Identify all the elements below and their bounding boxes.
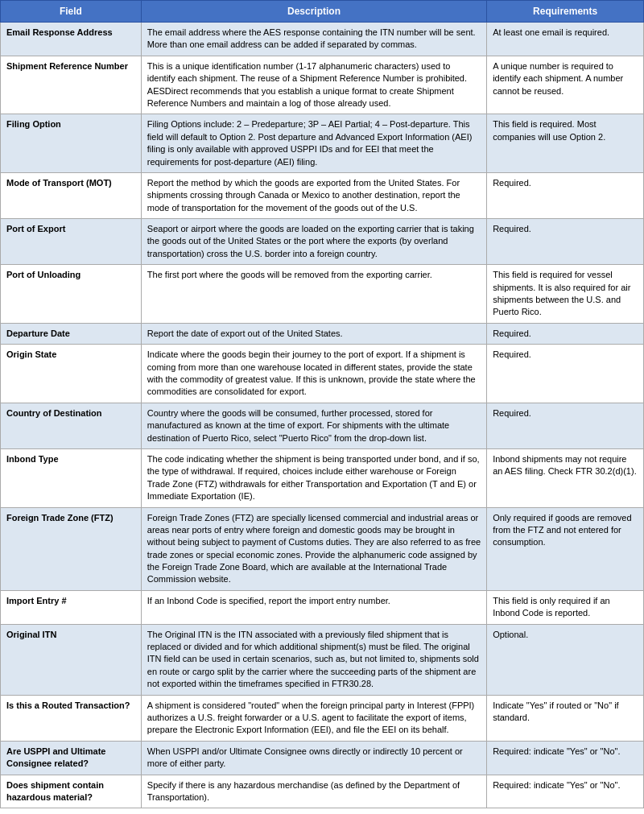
cell-description: The first port where the goods will be r… xyxy=(141,265,486,324)
cell-requirements: Required. xyxy=(487,345,644,403)
cell-field: Import Entry # xyxy=(1,590,142,624)
cell-requirements: Required: indicate "Yes" or "No". xyxy=(487,741,644,775)
cell-description: When USPPI and/or Ultimate Consignee own… xyxy=(141,741,486,775)
cell-description: The code indicating whether the shipment… xyxy=(141,448,486,507)
cell-description: The Original ITN is the ITN associated w… xyxy=(141,624,486,695)
cell-description: If an Inbond Code is specified, report t… xyxy=(141,590,486,624)
cell-requirements: This field is only required if an Inbond… xyxy=(487,590,644,624)
cell-description: This is a unique identification number (… xyxy=(141,56,486,114)
table-row: Port of ExportSeaport or airport where t… xyxy=(1,219,644,265)
table-row: Departure DateReport the date of export … xyxy=(1,323,644,344)
cell-field: Country of Destination xyxy=(1,403,142,448)
cell-description: Report the method by which the goods are… xyxy=(141,172,486,218)
cell-requirements: Inbond shipments may not require an AES … xyxy=(487,448,644,507)
cell-field: Does shipment contain hazardous material… xyxy=(1,775,142,808)
cell-requirements: Required. xyxy=(487,403,644,448)
table-row: Does shipment contain hazardous material… xyxy=(1,775,644,808)
cell-field: Mode of Transport (MOT) xyxy=(1,172,142,218)
cell-field: Foreign Trade Zone (FTZ) xyxy=(1,507,142,590)
cell-requirements: At least one email is required. xyxy=(487,23,644,56)
table-row: Port of UnloadingThe first port where th… xyxy=(1,265,644,324)
table-row: Origin StateIndicate where the goods beg… xyxy=(1,345,644,403)
cell-field: Departure Date xyxy=(1,323,142,344)
cell-description: Seaport or airport where the goods are l… xyxy=(141,219,486,265)
cell-description: Indicate where the goods begin their jou… xyxy=(141,345,486,403)
column-header-requirements: Requirements xyxy=(487,1,644,23)
cell-requirements: Required. xyxy=(487,172,644,218)
column-header-description: Description xyxy=(141,1,486,23)
cell-description: Country where the goods will be consumed… xyxy=(141,403,486,448)
reference-table: Field Description Requirements Email Res… xyxy=(0,0,644,808)
cell-field: Port of Export xyxy=(1,219,142,265)
cell-field: Original ITN xyxy=(1,624,142,695)
table-row: Country of DestinationCountry where the … xyxy=(1,403,644,448)
cell-requirements: Required. xyxy=(487,323,644,344)
cell-description: Specify if there is any hazardous mercha… xyxy=(141,775,486,808)
cell-field: Port of Unloading xyxy=(1,265,142,324)
cell-requirements: Required. xyxy=(487,219,644,265)
cell-requirements: Indicate "Yes" if routed or "No" if stan… xyxy=(487,695,644,741)
cell-description: Report the date of export out of the Uni… xyxy=(141,323,486,344)
cell-field: Inbond Type xyxy=(1,448,142,507)
table-row: Import Entry #If an Inbond Code is speci… xyxy=(1,590,644,624)
table-row: Original ITNThe Original ITN is the ITN … xyxy=(1,624,644,695)
table-row: Mode of Transport (MOT)Report the method… xyxy=(1,172,644,218)
cell-description: Filing Options include: 2 – Predeparture… xyxy=(141,114,486,173)
cell-description: The email address where the AES response… xyxy=(141,23,486,56)
cell-description: Foreign Trade Zones (FTZ) are specially … xyxy=(141,507,486,590)
cell-field: Is this a Routed Transaction? xyxy=(1,695,142,741)
cell-requirements: Only required if goods are removed from … xyxy=(487,507,644,590)
table-row: Are USPPI and Ultimate Consignee related… xyxy=(1,741,644,775)
cell-field: Origin State xyxy=(1,345,142,403)
cell-field: Filing Option xyxy=(1,114,142,173)
table-row: Email Response AddressThe email address … xyxy=(1,23,644,56)
cell-field: Email Response Address xyxy=(1,23,142,56)
table-row: Inbond TypeThe code indicating whether t… xyxy=(1,448,644,507)
cell-field: Are USPPI and Ultimate Consignee related… xyxy=(1,741,142,775)
cell-requirements: Optional. xyxy=(487,624,644,695)
cell-field: Shipment Reference Number xyxy=(1,56,142,114)
table-row: Is this a Routed Transaction?A shipment … xyxy=(1,695,644,741)
table-row: Foreign Trade Zone (FTZ)Foreign Trade Zo… xyxy=(1,507,644,590)
cell-requirements: This field is required for vessel shipme… xyxy=(487,265,644,324)
cell-description: A shipment is considered "routed" when t… xyxy=(141,695,486,741)
cell-requirements: This field is required. Most companies w… xyxy=(487,114,644,173)
cell-requirements: Required: indicate "Yes" or "No". xyxy=(487,775,644,808)
table-row: Shipment Reference NumberThis is a uniqu… xyxy=(1,56,644,114)
table-row: Filing OptionFiling Options include: 2 –… xyxy=(1,114,644,173)
cell-requirements: A unique number is required to identify … xyxy=(487,56,644,114)
column-header-field: Field xyxy=(1,1,142,23)
